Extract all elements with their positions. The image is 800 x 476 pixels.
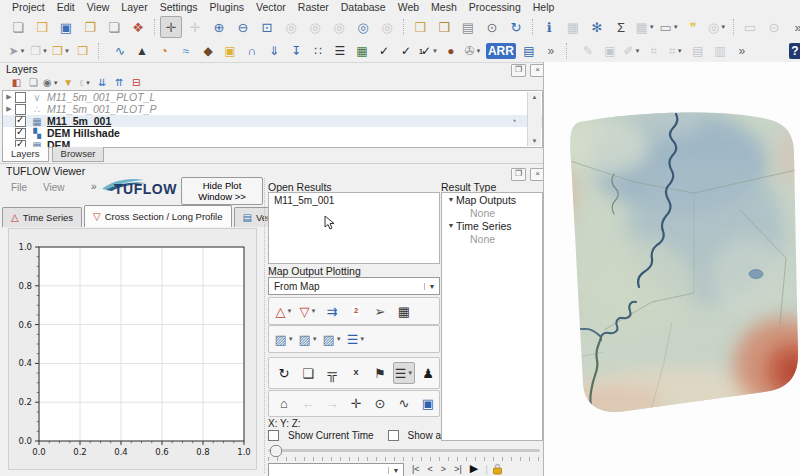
edit-overflow-icon[interactable]: » xyxy=(732,41,752,61)
mesh-grid-icon[interactable]: ▦ xyxy=(393,300,415,322)
hide-plot-window-button[interactable]: Hide Plot Window >> xyxy=(181,177,263,205)
y-axis-flags-icon[interactable]: ⚑ xyxy=(369,362,391,384)
zoom-to-layer-icon[interactable]: ◎ xyxy=(304,16,326,38)
layer-name[interactable]: M11_5m_001 xyxy=(47,115,111,127)
legend-person-icon[interactable]: ♟ xyxy=(417,362,439,384)
toggle-editing-icon[interactable]: ✎ xyxy=(578,41,598,61)
menu-help[interactable]: Help xyxy=(527,0,561,14)
new-bookmark-icon[interactable]: ❒ xyxy=(409,16,431,38)
python-console-icon[interactable]: ∿ xyxy=(110,41,130,61)
select-by-location-icon[interactable]: ❒ xyxy=(73,41,93,61)
select-by-form-icon[interactable]: ❒▼ xyxy=(51,41,71,61)
map-export-icon[interactable]: ▦ xyxy=(352,41,372,61)
timeseries-image-icon[interactable]: ▨▼ xyxy=(273,328,295,350)
grizzly-icon[interactable]: ● xyxy=(441,41,461,61)
notes-book-icon[interactable]: ▤ xyxy=(519,41,539,61)
zoom-plot-icon[interactable]: ⊙ xyxy=(369,393,391,415)
modify-attributes-icon[interactable]: ⌗▼ xyxy=(666,41,686,61)
locator-capsule-icon[interactable]: ▭ xyxy=(739,16,761,38)
select-features-icon-dropdown[interactable]: ▼ xyxy=(20,48,26,54)
lock-icon[interactable] xyxy=(491,462,504,475)
map-tips-icon[interactable]: ❞ xyxy=(682,16,704,38)
integrity-tool-icon[interactable]: ◆ xyxy=(198,41,218,61)
time-combobox[interactable]: ▼ xyxy=(268,463,404,476)
tcf-icon[interactable]: ∷ xyxy=(308,41,328,61)
layer-checkbox[interactable] xyxy=(15,116,26,127)
measure-icon-dropdown[interactable]: ▼ xyxy=(673,24,679,30)
layer-name[interactable]: M11_5m_001_PLOT_P xyxy=(47,103,157,115)
tab-browser[interactable]: Browser xyxy=(52,147,105,162)
tree-item-time-series[interactable]: ▼ Time Series xyxy=(442,219,542,232)
layer-styling-icon[interactable]: ◧ xyxy=(8,75,25,91)
forward-view-icon[interactable]: → xyxy=(321,393,343,415)
open-results-list[interactable]: M11_5m_001 xyxy=(268,192,440,264)
menu-layer[interactable]: Layer xyxy=(115,0,153,14)
float-panel-icon[interactable]: ❐ xyxy=(511,168,526,181)
back-view-icon[interactable]: ← xyxy=(297,393,319,415)
timeseries-plot-icon[interactable]: △▼ xyxy=(273,300,295,322)
prev-timestep-button[interactable]: < xyxy=(424,464,437,474)
slider-track[interactable] xyxy=(268,449,540,452)
tab-cross-section[interactable]: ▽Cross Section / Long Profile xyxy=(84,205,231,227)
cross-section-plot-icon-dropdown[interactable]: ▼ xyxy=(311,308,317,314)
collapse-all-icon[interactable]: ⇈ xyxy=(111,75,128,91)
layer-row-mesh[interactable]: ▦ M11_5m_001 ◔ xyxy=(3,115,542,127)
layer-row-plot-l[interactable]: ▶ ∨ M11_5m_001_PLOT_L xyxy=(3,91,542,103)
check-1d-icon[interactable]: ✓ xyxy=(374,41,394,61)
cross-section-image-icon[interactable]: ▨▼ xyxy=(297,328,319,350)
delete-selected-icon[interactable]: ▥ xyxy=(710,41,730,61)
add-group-icon[interactable]: ❏ xyxy=(25,75,42,91)
menu-mesh[interactable]: Mesh xyxy=(425,0,463,14)
tunnel-arch-icon[interactable]: ∩ xyxy=(242,41,262,61)
layer-checkbox[interactable] xyxy=(15,128,26,139)
temporal-controller-icon[interactable]: ⊙ xyxy=(481,16,503,38)
tuflow-menu-view[interactable]: View xyxy=(36,180,72,195)
new-map-view-icon-dropdown[interactable]: ▼ xyxy=(720,24,726,30)
save-project-icon[interactable]: ▣ xyxy=(55,16,77,38)
new-project-icon[interactable]: ❏ xyxy=(7,16,29,38)
remove-layer-icon[interactable]: ⊟ xyxy=(128,75,145,91)
scroll-up-icon[interactable]: ▲ xyxy=(528,92,541,102)
pan-map-icon[interactable]: ✛ xyxy=(160,16,182,38)
menu-plugins[interactable]: Plugins xyxy=(204,0,250,14)
measure-icon[interactable]: ▭▼ xyxy=(658,16,680,38)
vertex-tool-icon[interactable]: ⌗ xyxy=(644,41,664,61)
new-layout-icon[interactable]: ❐ xyxy=(79,16,101,38)
expand-arrow-icon[interactable]: ▶ xyxy=(3,105,15,113)
attachment-icon-dropdown[interactable]: ▼ xyxy=(475,48,481,54)
plot-options-icon[interactable]: ☰▼ xyxy=(393,362,415,384)
result-type-tree[interactable]: ▼ Map Outputs None ▼ Time Series None xyxy=(441,192,543,441)
layer-row-plot-p[interactable]: ▶ ∴ M11_5m_001_PLOT_P xyxy=(3,103,542,115)
layer-row-hillshade[interactable]: ▚ DEM Hillshade xyxy=(3,127,542,139)
tuflow-dem-icon[interactable]: ▲ xyxy=(132,41,152,61)
layer-checkbox[interactable] xyxy=(15,92,26,103)
timeseries-plot-icon-dropdown[interactable]: ▼ xyxy=(287,308,293,314)
menu-raster[interactable]: Raster xyxy=(292,0,335,14)
map-canvas[interactable] xyxy=(543,62,800,476)
tuflow-menu-file[interactable]: File xyxy=(4,180,34,195)
select-features-icon[interactable]: ➤▼ xyxy=(7,41,27,61)
slider-handle[interactable] xyxy=(270,445,282,457)
toolbar-overflow-icon[interactable]: » xyxy=(787,16,800,38)
filter-expression-icon[interactable]: ε▼ xyxy=(77,75,94,91)
time-slider[interactable] xyxy=(268,445,540,455)
processing-toolbox-icon[interactable]: ✻ xyxy=(586,16,608,38)
show-current-time-option[interactable]: Show Current Time xyxy=(268,430,374,441)
cross-section-plot-icon[interactable]: ▽▼ xyxy=(297,300,319,322)
open-table-icon-dropdown[interactable]: ▼ xyxy=(649,24,655,30)
menu-vector[interactable]: Vector xyxy=(250,0,292,14)
layer-notes-icon[interactable]: ▤ xyxy=(688,41,708,61)
bookmark-manager-icon[interactable]: ▤ xyxy=(457,16,479,38)
collapse-arrow-icon[interactable]: ▼ xyxy=(446,196,456,203)
new-map-view-icon[interactable]: ◎▼ xyxy=(706,16,728,38)
flux-line-icon[interactable]: ⇉ xyxy=(321,300,343,322)
secondary-axis-icon[interactable]: 2 xyxy=(345,300,367,322)
refresh-plot-icon[interactable]: ↻ xyxy=(273,362,295,384)
clear-plot-icon[interactable]: ❏ xyxy=(297,362,319,384)
menu-web[interactable]: Web xyxy=(392,0,425,14)
temporal-clock-icon[interactable]: ◔ xyxy=(511,116,516,126)
filter-legend-icon[interactable]: ▼ xyxy=(60,75,77,91)
check-files-icon-dropdown[interactable]: ▼ xyxy=(432,48,438,54)
import-empty-files-icon[interactable]: ⇓ xyxy=(264,41,284,61)
layer-name[interactable]: M11_5m_001_PLOT_L xyxy=(47,91,155,103)
